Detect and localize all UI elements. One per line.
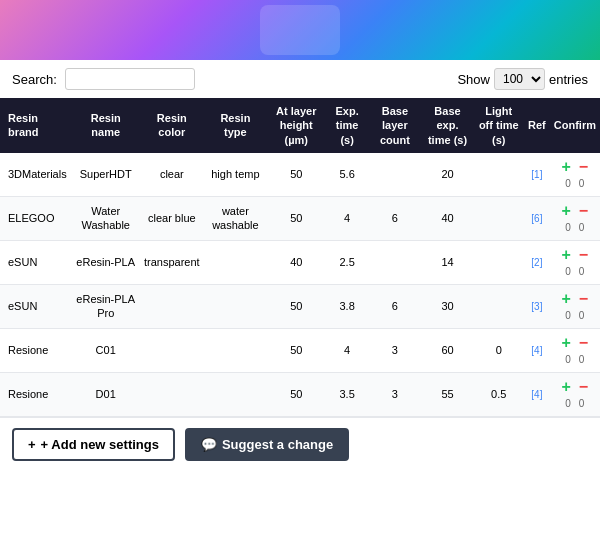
- table-cell: 4: [326, 328, 368, 372]
- table-cell: clear blue: [139, 196, 204, 240]
- table-row: ResioneD01503.53550.5[4]+−00: [0, 372, 600, 416]
- table-cell: [139, 328, 204, 372]
- table-cell: 6: [368, 284, 421, 328]
- table-cell: eResin-PLA Pro: [72, 284, 139, 328]
- table-cell: [139, 372, 204, 416]
- table-cell: 3.8: [326, 284, 368, 328]
- th-type: Resin type: [204, 98, 266, 153]
- table-cell: clear: [139, 153, 204, 197]
- confirm-cell: +−00: [550, 196, 600, 240]
- table-cell: Water Washable: [72, 196, 139, 240]
- th-light-off: Light off time (s): [474, 98, 524, 153]
- entries-select[interactable]: 10 25 50 100: [494, 68, 545, 90]
- table-cell: eSUN: [0, 284, 72, 328]
- confirm-plus-button[interactable]: +: [562, 335, 571, 351]
- confirm-cell: +−00: [550, 328, 600, 372]
- footer-bar: + + Add new settings 💬 Suggest a change: [0, 417, 600, 471]
- table-cell: [474, 196, 524, 240]
- add-label: + Add new settings: [41, 437, 159, 452]
- th-base-exp-time: Base exp. time (s): [422, 98, 474, 153]
- confirm-minus-button[interactable]: −: [579, 291, 588, 307]
- hero-banner: [0, 0, 600, 60]
- ref-link[interactable]: [4]: [531, 389, 542, 400]
- ref-cell: [3]: [524, 284, 550, 328]
- table-cell: C01: [72, 328, 139, 372]
- table-cell: eResin-PLA: [72, 240, 139, 284]
- th-base-layer-count: Base layer count: [368, 98, 421, 153]
- confirm-plus-button[interactable]: +: [562, 291, 571, 307]
- table-cell: 4: [326, 196, 368, 240]
- confirm-plus-button[interactable]: +: [562, 203, 571, 219]
- table-cell: 3: [368, 328, 421, 372]
- th-ref: Ref: [524, 98, 550, 153]
- suggest-change-button[interactable]: 💬 Suggest a change: [185, 428, 349, 461]
- confirm-minus-button[interactable]: −: [579, 335, 588, 351]
- table-cell: [474, 240, 524, 284]
- table-cell: SuperHDT: [72, 153, 139, 197]
- table-cell: 0: [474, 328, 524, 372]
- table-cell: 50: [267, 284, 326, 328]
- table-cell: water washable: [204, 196, 266, 240]
- table-cell: [204, 372, 266, 416]
- confirm-minus-button[interactable]: −: [579, 379, 588, 395]
- search-label: Search:: [12, 72, 57, 87]
- entries-suffix: entries: [549, 72, 588, 87]
- table-cell: Resione: [0, 372, 72, 416]
- confirm-minus-count: 0: [579, 265, 585, 278]
- confirm-minus-count: 0: [579, 397, 585, 410]
- table-cell: 3.5: [326, 372, 368, 416]
- table-cell: [204, 328, 266, 372]
- confirm-plus-button[interactable]: +: [562, 247, 571, 263]
- confirm-cell: +−00: [550, 372, 600, 416]
- th-confirm: Confirm: [550, 98, 600, 153]
- confirm-plus-count: 0: [565, 353, 571, 366]
- table-row: eSUNeResin-PLA Pro503.8630[3]+−00: [0, 284, 600, 328]
- table-cell: 0.5: [474, 372, 524, 416]
- confirm-minus-count: 0: [579, 353, 585, 366]
- ref-link[interactable]: [4]: [531, 345, 542, 356]
- ref-link[interactable]: [6]: [531, 213, 542, 224]
- th-brand: Resin brand: [0, 98, 72, 153]
- table-cell: eSUN: [0, 240, 72, 284]
- confirm-plus-count: 0: [565, 177, 571, 190]
- add-new-settings-button[interactable]: + + Add new settings: [12, 428, 175, 461]
- ref-link[interactable]: [1]: [531, 169, 542, 180]
- table-row: ResioneC015043600[4]+−00: [0, 328, 600, 372]
- table-cell: 50: [267, 372, 326, 416]
- confirm-minus-count: 0: [579, 309, 585, 322]
- table-cell: [368, 240, 421, 284]
- confirm-minus-button[interactable]: −: [579, 159, 588, 175]
- confirm-cell: +−00: [550, 153, 600, 197]
- table-cell: D01: [72, 372, 139, 416]
- chat-icon: 💬: [201, 437, 217, 452]
- table-cell: 14: [422, 240, 474, 284]
- confirm-minus-button[interactable]: −: [579, 203, 588, 219]
- confirm-plus-count: 0: [565, 221, 571, 234]
- th-name: Resin name: [72, 98, 139, 153]
- table-cell: ELEGOO: [0, 196, 72, 240]
- table-cell: Resione: [0, 328, 72, 372]
- table-cell: [474, 284, 524, 328]
- th-layer-height: At layer height (µm): [267, 98, 326, 153]
- table-cell: 40: [267, 240, 326, 284]
- ref-link[interactable]: [2]: [531, 257, 542, 268]
- show-label: Show: [457, 72, 490, 87]
- ref-link[interactable]: [3]: [531, 301, 542, 312]
- table-cell: [139, 284, 204, 328]
- ref-cell: [6]: [524, 196, 550, 240]
- table-cell: 6: [368, 196, 421, 240]
- confirm-plus-button[interactable]: +: [562, 379, 571, 395]
- confirm-plus-count: 0: [565, 265, 571, 278]
- ref-cell: [4]: [524, 328, 550, 372]
- ref-cell: [2]: [524, 240, 550, 284]
- confirm-minus-count: 0: [579, 177, 585, 190]
- table-cell: [204, 240, 266, 284]
- confirm-minus-button[interactable]: −: [579, 247, 588, 263]
- show-entries: Show 10 25 50 100 entries: [457, 68, 588, 90]
- table-cell: high temp: [204, 153, 266, 197]
- search-input[interactable]: [65, 68, 195, 90]
- confirm-minus-count: 0: [579, 221, 585, 234]
- table-row: eSUNeResin-PLAtransparent402.514[2]+−00: [0, 240, 600, 284]
- confirm-plus-button[interactable]: +: [562, 159, 571, 175]
- table-cell: 5.6: [326, 153, 368, 197]
